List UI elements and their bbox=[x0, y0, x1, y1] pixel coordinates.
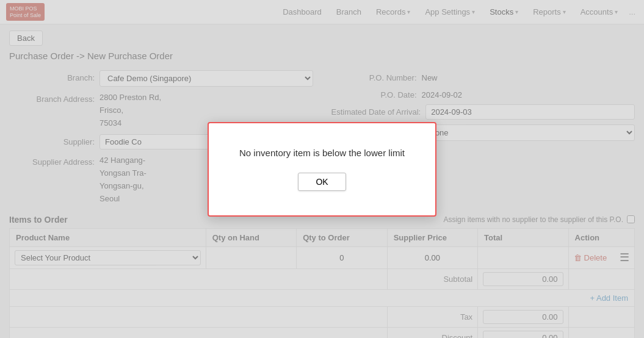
alert-dialog: No inventory item is below the lower lim… bbox=[208, 122, 436, 217]
dialog-message: No inventory item is below the lower lim… bbox=[239, 148, 405, 158]
dialog-overlay: No inventory item is below the lower lim… bbox=[0, 0, 644, 338]
dialog-ok-button[interactable]: OK bbox=[298, 173, 346, 191]
